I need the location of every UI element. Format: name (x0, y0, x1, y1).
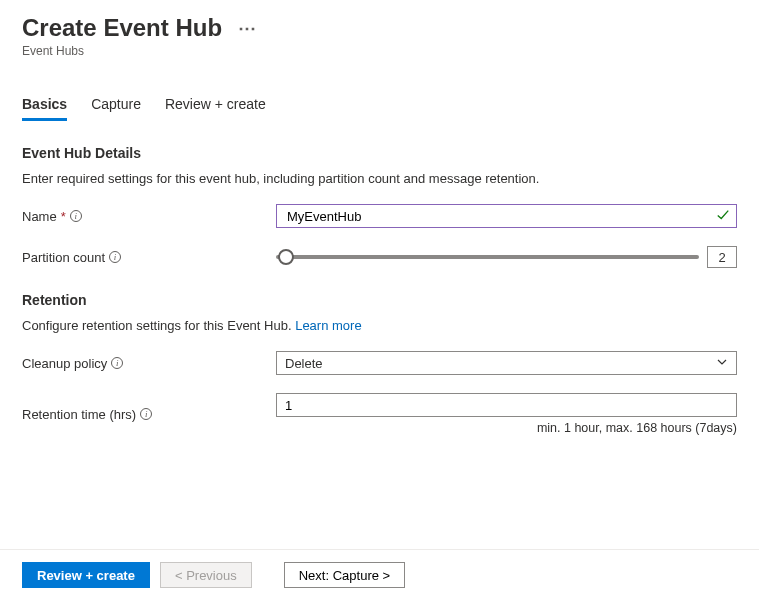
info-icon[interactable]: i (109, 251, 121, 263)
more-icon[interactable]: ⋯ (238, 17, 257, 39)
retention-time-input[interactable] (276, 393, 737, 417)
page-title: Create Event Hub ⋯ (22, 14, 737, 42)
retention-time-label: Retention time (hrs) i (22, 407, 276, 422)
partition-label: Partition count i (22, 250, 276, 265)
retention-time-label-text: Retention time (hrs) (22, 407, 136, 422)
tab-basics[interactable]: Basics (22, 96, 67, 121)
name-input-wrapper (276, 204, 737, 228)
section-desc-details: Enter required settings for this event h… (22, 171, 737, 186)
partition-slider[interactable] (276, 255, 699, 259)
retention-hint: min. 1 hour, max. 168 hours (7days) (276, 421, 737, 435)
name-label-text: Name (22, 209, 57, 224)
tab-bar: Basics Capture Review + create (22, 96, 737, 121)
info-icon[interactable]: i (111, 357, 123, 369)
breadcrumb: Event Hubs (22, 44, 737, 58)
partition-label-text: Partition count (22, 250, 105, 265)
name-input[interactable] (285, 208, 712, 225)
retention-desc-text: Configure retention settings for this Ev… (22, 318, 295, 333)
cleanup-label: Cleanup policy i (22, 356, 276, 371)
check-icon (716, 208, 730, 225)
section-title-details: Event Hub Details (22, 145, 737, 161)
tab-review-create[interactable]: Review + create (165, 96, 266, 121)
section-desc-retention: Configure retention settings for this Ev… (22, 318, 737, 333)
slider-thumb[interactable] (278, 249, 294, 265)
required-indicator: * (61, 209, 66, 224)
cleanup-value: Delete (285, 356, 323, 371)
tab-capture[interactable]: Capture (91, 96, 141, 121)
previous-button: < Previous (160, 562, 252, 588)
chevron-down-icon (716, 356, 728, 370)
footer: Review + create < Previous Next: Capture… (0, 549, 759, 600)
page-title-text: Create Event Hub (22, 14, 222, 42)
learn-more-link[interactable]: Learn more (295, 318, 361, 333)
section-title-retention: Retention (22, 292, 737, 308)
cleanup-select[interactable]: Delete (276, 351, 737, 375)
cleanup-label-text: Cleanup policy (22, 356, 107, 371)
name-label: Name * i (22, 209, 276, 224)
next-button[interactable]: Next: Capture > (284, 562, 405, 588)
review-create-button[interactable]: Review + create (22, 562, 150, 588)
info-icon[interactable]: i (140, 408, 152, 420)
info-icon[interactable]: i (70, 210, 82, 222)
partition-value: 2 (707, 246, 737, 268)
